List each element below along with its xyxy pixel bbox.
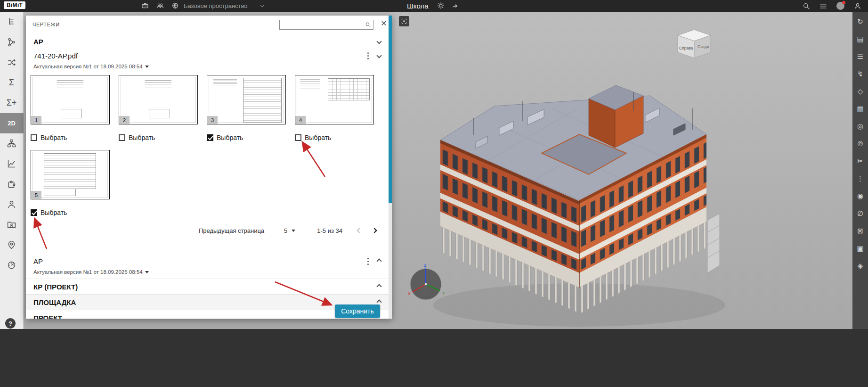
- sidebar-user[interactable]: [0, 194, 24, 214]
- version-label: Актуальная версия №1 от 18.09.2025 08:54: [33, 64, 143, 69]
- page-size-select[interactable]: 5: [284, 227, 295, 234]
- materials-icon[interactable]: ◈: [858, 262, 863, 270]
- sidebar-shared-folder[interactable]: [0, 214, 24, 235]
- page-thumbnail[interactable]: 2: [119, 75, 198, 124]
- sidebar-trend[interactable]: [0, 154, 24, 174]
- scrollbar-thumb[interactable]: [389, 16, 392, 203]
- view-cube[interactable]: Справа Сзади: [676, 29, 713, 60]
- version-row[interactable]: Актуальная версия №1 от 18.09.2025 08:54: [26, 62, 389, 73]
- page-card: 1 Выбрать: [31, 75, 110, 141]
- page-thumbnail[interactable]: 4: [295, 75, 374, 124]
- dropdown-arrow-icon[interactable]: [145, 271, 149, 273]
- section-cut-icon[interactable]: ✂: [857, 157, 863, 165]
- chevron-down-icon[interactable]: [376, 39, 381, 44]
- file-row[interactable]: 741-20-АР.pdf: [26, 49, 389, 62]
- more-menu-icon[interactable]: [367, 55, 369, 57]
- section-kr-proekt[interactable]: КР (ПРОЕКТ): [26, 279, 389, 294]
- left-toolbar: Σ Σ+ 2D: [0, 12, 24, 329]
- building-model[interactable]: [424, 68, 735, 329]
- sidebar-drawings-2d[interactable]: 2D: [0, 113, 24, 133]
- section-ar-header[interactable]: АР: [26, 33, 389, 49]
- orientation-gizmo[interactable]: Z X Y: [403, 262, 448, 307]
- sidebar-org-chart[interactable]: [0, 133, 24, 154]
- marker-icon[interactable]: ℗: [858, 140, 863, 148]
- workspace-label: Базовое пространство: [184, 2, 248, 9]
- profile-icon[interactable]: [854, 2, 861, 10]
- sidebar-user-pin[interactable]: [0, 235, 24, 255]
- clash-lines-icon: [7, 58, 16, 67]
- search-icon[interactable]: [803, 2, 810, 10]
- chevron-up-icon[interactable]: [376, 299, 381, 305]
- briefcase-icon[interactable]: [141, 2, 149, 9]
- chevron-down-icon[interactable]: [376, 53, 381, 58]
- clash-icon[interactable]: ↯: [857, 70, 863, 78]
- select-checkbox[interactable]: [119, 134, 125, 141]
- select-label: Выбрать: [217, 134, 243, 141]
- chevron-up-icon[interactable]: [376, 284, 381, 289]
- section-ar2-header[interactable]: АР: [26, 255, 389, 267]
- settings-gear-icon[interactable]: [437, 2, 445, 9]
- list-icon[interactable]: ☰: [857, 52, 863, 60]
- save-button[interactable]: Сохранить: [335, 305, 380, 318]
- dropdown-arrow-icon: [292, 230, 295, 232]
- prev-page-icon[interactable]: [357, 228, 362, 233]
- sidebar-clash[interactable]: [0, 52, 24, 73]
- section-ploshchadka[interactable]: ПЛОЩАДКА: [26, 294, 389, 310]
- help-button[interactable]: ?: [5, 318, 16, 329]
- layers-icon[interactable]: ▤: [857, 35, 863, 43]
- select-checkbox[interactable]: [31, 134, 37, 141]
- viewcube-right-face-label[interactable]: Сзади: [698, 44, 709, 49]
- sidebar-sum-plus[interactable]: Σ+: [0, 93, 24, 113]
- sync-icon[interactable]: ↻: [857, 17, 863, 25]
- next-page-icon[interactable]: [372, 228, 377, 233]
- section-proekt[interactable]: ПРОЕКТ: [26, 310, 389, 319]
- search-icon[interactable]: [365, 22, 371, 28]
- sidebar-model-tree[interactable]: [0, 12, 24, 32]
- model-tree-icon: [7, 17, 16, 27]
- share-icon[interactable]: [451, 2, 459, 9]
- menu-icon[interactable]: [819, 2, 827, 10]
- page-thumbnail[interactable]: 3: [207, 75, 286, 124]
- search-box: [279, 20, 373, 30]
- box-icon[interactable]: ◇: [858, 87, 863, 95]
- viewcube-left-face-label[interactable]: Справа: [679, 46, 693, 50]
- right-toolbar: ↻ ▤ ☰ ↯ ◇ ▦ ◎ ℗ ✂ ⋮ ◉ ∅ ⊠ ▣ ◈: [852, 12, 868, 329]
- select-checkbox[interactable]: [295, 134, 301, 141]
- screenshot-icon[interactable]: [399, 16, 409, 26]
- panel-scrollbar[interactable]: [389, 16, 392, 319]
- sidebar-sum[interactable]: Σ: [0, 73, 24, 93]
- more-menu-icon[interactable]: [367, 261, 369, 262]
- notifications-icon[interactable]: [836, 2, 844, 10]
- sidebar-gauge[interactable]: [0, 255, 24, 275]
- section-label: КР (ПРОЕКТ): [33, 283, 78, 291]
- visibility-icon[interactable]: ◉: [857, 192, 863, 200]
- axis-x-label: X: [408, 291, 411, 296]
- bottom-strip: [0, 329, 868, 387]
- page-number-badge: 3: [207, 116, 218, 124]
- remove-box-icon[interactable]: ⊠: [857, 227, 863, 235]
- page-thumbnail[interactable]: 1: [31, 75, 110, 124]
- hide-icon[interactable]: ∅: [857, 209, 863, 217]
- grid-icon[interactable]: ▦: [857, 105, 863, 113]
- team-icon[interactable]: [156, 2, 164, 9]
- globe-icon[interactable]: [171, 2, 179, 9]
- chevron-up-icon[interactable]: [376, 258, 381, 263]
- sidebar-graph[interactable]: [0, 32, 24, 52]
- more-icon[interactable]: ⋮: [857, 174, 864, 182]
- close-icon[interactable]: ×: [379, 17, 389, 29]
- prev-page-label[interactable]: Предыдущая страница: [199, 227, 264, 234]
- workspace-dropdown[interactable]: Базовое пространство: [184, 2, 264, 9]
- focus-icon[interactable]: ◎: [857, 122, 863, 130]
- axis-y-label: Y: [442, 291, 445, 296]
- sidebar-plugins[interactable]: [0, 174, 24, 194]
- select-checkbox[interactable]: [207, 134, 213, 141]
- page-thumbnail[interactable]: 5: [31, 150, 110, 199]
- selection-box-icon[interactable]: ▣: [857, 244, 863, 252]
- page-number-badge: 4: [295, 116, 306, 124]
- search-input[interactable]: [280, 22, 365, 28]
- select-checkbox[interactable]: [31, 209, 37, 216]
- app-logo[interactable]: BiMiT: [4, 1, 25, 9]
- page-number-badge: 5: [31, 191, 41, 199]
- version-row[interactable]: Актуальная версия №1 от 18.09.2025 08:54: [26, 267, 389, 279]
- dropdown-arrow-icon[interactable]: [145, 66, 149, 68]
